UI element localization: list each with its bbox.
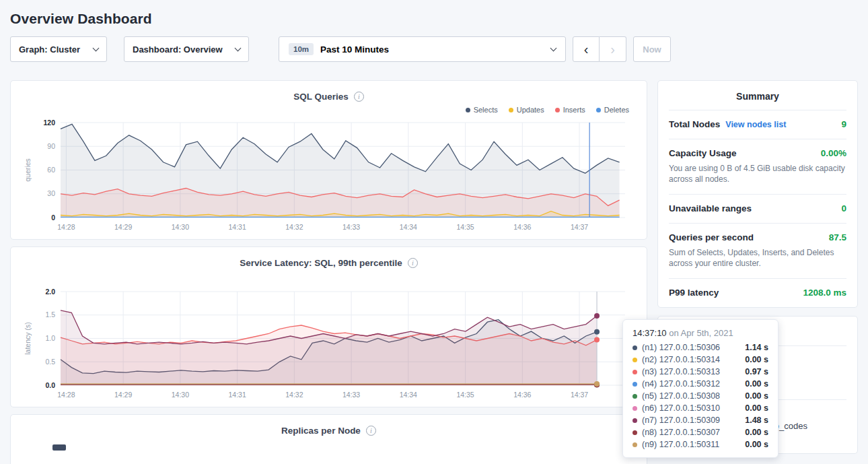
svg-text:14:31: 14:31 bbox=[228, 391, 246, 399]
chart-legend: SelectsUpdatesInsertsDeletes bbox=[22, 104, 636, 116]
tooltip-node-value: 0.00 s bbox=[745, 440, 768, 449]
svg-text:2.0: 2.0 bbox=[45, 288, 55, 296]
svg-text:0: 0 bbox=[51, 213, 55, 222]
view-nodes-link[interactable]: View nodes list bbox=[725, 120, 786, 129]
svg-text:1.0: 1.0 bbox=[45, 334, 55, 342]
summary-row-value: 0.00% bbox=[821, 148, 846, 158]
svg-text:120: 120 bbox=[43, 119, 55, 127]
tooltip-node-label: (n4) 127.0.0.1:50312 bbox=[642, 379, 720, 389]
node-color-dot-icon bbox=[632, 442, 637, 447]
svg-text:1.5: 1.5 bbox=[45, 310, 55, 319]
service-latency-chart[interactable]: 14:2814:2914:3014:3114:3214:3314:3414:35… bbox=[22, 270, 636, 401]
node-color-dot-icon bbox=[632, 418, 637, 423]
chevron-down-icon bbox=[93, 44, 100, 51]
summary-row: Total NodesView nodes list9 bbox=[669, 110, 846, 139]
summary-rows: Total NodesView nodes list9Capacity Usag… bbox=[669, 110, 846, 307]
time-next-button[interactable]: › bbox=[600, 36, 626, 62]
chart-title-replicas-per-node: Replicas per Node bbox=[281, 426, 361, 436]
svg-text:14:33: 14:33 bbox=[342, 223, 360, 231]
svg-text:14:34: 14:34 bbox=[400, 223, 417, 231]
chart-tooltip: 14:37:10 on Apr 5th, 2021 (n1) 127.0.0.1… bbox=[622, 319, 779, 458]
svg-text:14:30: 14:30 bbox=[172, 391, 189, 399]
tooltip-rows: (n1) 127.0.0.1:503061.14 s(n2) 127.0.0.1… bbox=[632, 341, 768, 451]
tooltip-row: (n4) 127.0.0.1:503120.00 s bbox=[632, 378, 768, 390]
tooltip-node-value: 0.97 s bbox=[745, 367, 768, 376]
svg-text:14:37: 14:37 bbox=[571, 391, 588, 399]
svg-text:0.5: 0.5 bbox=[45, 358, 55, 366]
time-range-dropdown[interactable]: 10m Past 10 Minutes bbox=[279, 36, 566, 62]
summary-row-label: Capacity Usage bbox=[669, 148, 737, 158]
time-window-label: Past 10 Minutes bbox=[320, 44, 389, 55]
info-icon[interactable]: i bbox=[366, 426, 376, 436]
tooltip-row: (n1) 127.0.0.1:503061.14 s bbox=[632, 341, 768, 354]
chart-plot-svg[interactable]: 14:2814:2914:3014:3114:3214:3314:3414:35… bbox=[22, 116, 636, 234]
tooltip-node-value: 0.00 s bbox=[745, 403, 768, 413]
tooltip-node-value: 1.48 s bbox=[745, 416, 768, 425]
legend-item-inserts[interactable]: Inserts bbox=[555, 106, 585, 114]
tooltip-node-label: (n9) 127.0.0.1:50311 bbox=[642, 440, 719, 449]
svg-text:14:36: 14:36 bbox=[513, 223, 531, 231]
summary-row: P99 latency1208.0 ms bbox=[669, 278, 846, 307]
tooltip-node-label: (n6) 127.0.0.1:50310 bbox=[642, 403, 720, 413]
legend-item-updates[interactable]: Updates bbox=[509, 106, 544, 114]
svg-text:14:33: 14:33 bbox=[342, 391, 360, 399]
svg-text:14:28: 14:28 bbox=[57, 391, 75, 399]
tooltip-node-value: 0.00 s bbox=[745, 379, 768, 389]
tooltip-node-label: (n8) 127.0.0.1:50307 bbox=[642, 428, 720, 437]
svg-text:latency (s): latency (s) bbox=[24, 322, 32, 354]
legend-item-deletes[interactable]: Deletes bbox=[596, 106, 629, 114]
tooltip-row: (n8) 127.0.0.1:503070.00 s bbox=[632, 426, 768, 438]
tooltip-date: on Apr 5th, 2021 bbox=[669, 328, 733, 338]
legend-dot-icon bbox=[596, 108, 601, 112]
charts-column: SQL Queries i SelectsUpdatesInsertsDelet… bbox=[10, 80, 647, 464]
time-window-badge: 10m bbox=[289, 43, 314, 55]
summary-row-label: Total Nodes bbox=[669, 119, 720, 129]
svg-text:14:34: 14:34 bbox=[400, 391, 417, 399]
svg-text:queries: queries bbox=[24, 158, 32, 181]
tooltip-row: (n2) 127.0.0.1:503140.00 s bbox=[632, 354, 768, 366]
sql-queries-chart-card: SQL Queries i SelectsUpdatesInsertsDelet… bbox=[10, 80, 647, 240]
chevron-down-icon bbox=[235, 44, 242, 51]
svg-text:30: 30 bbox=[47, 189, 55, 197]
toolbar: Graph: Cluster Dashboard: Overview 10m P… bbox=[10, 36, 858, 62]
now-button[interactable]: Now bbox=[633, 36, 671, 62]
node-color-dot-icon bbox=[632, 370, 637, 374]
svg-text:14:32: 14:32 bbox=[285, 223, 303, 231]
graph-scope-dropdown[interactable]: Graph: Cluster bbox=[10, 36, 107, 62]
tooltip-row: (n6) 127.0.0.1:503100.00 s bbox=[632, 402, 768, 414]
info-icon[interactable]: i bbox=[354, 92, 364, 102]
graph-dropdown-value: Cluster bbox=[50, 44, 80, 55]
svg-text:0.0: 0.0 bbox=[45, 381, 55, 389]
info-icon[interactable]: i bbox=[408, 258, 418, 268]
summary-row-value: 1208.0 ms bbox=[803, 288, 846, 298]
node-color-dot-icon bbox=[632, 406, 637, 411]
dashboard-dropdown[interactable]: Dashboard: Overview bbox=[124, 36, 249, 62]
legend-dot-icon bbox=[466, 108, 470, 112]
graph-dropdown-label: Graph: bbox=[19, 44, 48, 55]
summary-row: Capacity Usage0.00%You are using 0 B of … bbox=[669, 139, 846, 194]
time-prev-button[interactable]: ‹ bbox=[573, 36, 600, 62]
chart-title-service-latency: Service Latency: SQL, 99th percentile bbox=[240, 258, 402, 268]
chart-title-sql-queries: SQL Queries bbox=[293, 92, 349, 102]
legend-dot-icon bbox=[509, 108, 513, 112]
svg-text:14:35: 14:35 bbox=[456, 223, 474, 231]
tooltip-node-value: 1.14 s bbox=[745, 343, 768, 352]
summary-row-value: 9 bbox=[841, 119, 846, 129]
page-title: Overview Dashboard bbox=[0, 0, 868, 27]
tooltip-time: 14:37:10 bbox=[632, 328, 667, 338]
summary-row-description: You are using 0 B of 4.5 GiB usable disk… bbox=[669, 163, 846, 185]
svg-text:14:28: 14:28 bbox=[57, 223, 75, 231]
legend-item-selects[interactable]: Selects bbox=[466, 106, 498, 114]
sql-queries-chart[interactable]: 14:2814:2914:3014:3114:3214:3314:3414:35… bbox=[22, 116, 636, 234]
svg-text:14:31: 14:31 bbox=[228, 223, 246, 231]
summary-row: Queries per second87.5Sum of Selects, Up… bbox=[669, 223, 846, 278]
node-color-dot-icon bbox=[632, 358, 637, 362]
summary-row-label: P99 latency bbox=[669, 288, 719, 298]
tooltip-row: (n7) 127.0.0.1:503091.48 s bbox=[632, 414, 768, 426]
chart-plot-svg[interactable]: 14:2814:2914:3014:3114:3214:3314:3414:35… bbox=[22, 270, 636, 401]
svg-text:14:32: 14:32 bbox=[285, 391, 303, 399]
node-color-dot-icon bbox=[632, 394, 637, 399]
dashboard-dropdown-label: Dashboard: bbox=[133, 44, 181, 55]
svg-text:14:29: 14:29 bbox=[114, 223, 132, 231]
svg-text:14:29: 14:29 bbox=[114, 391, 132, 399]
